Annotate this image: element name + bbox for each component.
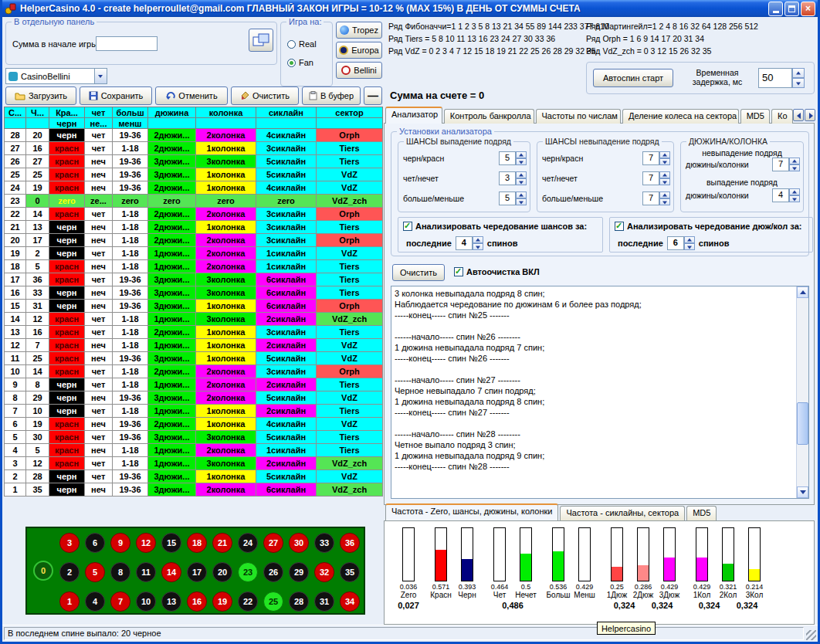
spin-row[interactable]: 230zeroze...zerozerozerozeroVdZ_zch	[5, 195, 383, 208]
board-number-8[interactable]: 8	[110, 562, 130, 582]
g1-bm-spinner[interactable]: 5	[499, 192, 527, 205]
tropez-button[interactable]: Tropez	[336, 22, 382, 39]
maximize-button[interactable]	[784, 2, 799, 16]
board-number-35[interactable]: 35	[340, 562, 360, 582]
board-number-28[interactable]: 28	[289, 591, 309, 612]
board-number-10[interactable]: 10	[136, 591, 156, 612]
board-number-9[interactable]: 9	[110, 533, 130, 553]
resize-grip[interactable]	[806, 630, 816, 640]
scroll-down-button[interactable]	[797, 486, 808, 498]
g2-bk-spinner[interactable]: 7	[642, 151, 670, 165]
buffer-button[interactable]: В буфер	[302, 86, 361, 105]
spin-row[interactable]: 1125красннеч19-363дюжи...1колонка5сиклай…	[5, 352, 383, 365]
log-scrollbar[interactable]	[796, 286, 808, 498]
board-number-15[interactable]: 15	[161, 533, 181, 553]
analyzer-log[interactable]: 3 колонка невыпадала подряд 8 спин; Набл…	[391, 286, 809, 499]
delay-spinner[interactable]: 50	[758, 68, 805, 88]
main-tab-5[interactable]: Ко	[771, 109, 793, 124]
board-number-14[interactable]: 14	[161, 562, 181, 582]
g1-bk-spinner[interactable]: 5	[499, 151, 527, 165]
board-number-4[interactable]: 4	[85, 591, 105, 612]
clear-button[interactable]: Очистить	[231, 86, 299, 105]
board-number-22[interactable]: 22	[238, 591, 258, 612]
board-number-18[interactable]: 18	[187, 533, 207, 553]
board-number-3[interactable]: 3	[59, 533, 80, 553]
analyze-dozcol-checkbox[interactable]	[615, 222, 624, 231]
spin-row[interactable]: 312краснчет1-181дюжи...3колонка2сиклайнV…	[5, 457, 383, 470]
board-number-23[interactable]: 23	[238, 562, 258, 582]
board-number-2[interactable]: 2	[59, 562, 80, 582]
board-number-16[interactable]: 16	[187, 591, 207, 612]
board-number-1[interactable]: 1	[59, 591, 80, 612]
start-sum-input[interactable]	[96, 36, 158, 51]
close-button[interactable]: ×	[801, 2, 815, 16]
spin-row[interactable]: 710чернчет1-181дюжи...1колонка2сиклайнTi…	[5, 405, 383, 418]
spin-row[interactable]: 2214краснчет1-182дюжи...2колонка3сиклайн…	[5, 208, 383, 221]
delay-value[interactable]: 50	[758, 68, 792, 88]
load-button[interactable]: Загрузить	[5, 86, 76, 105]
main-tab-1[interactable]: Контроль банкролла	[444, 109, 534, 124]
board-number-26[interactable]: 26	[263, 562, 283, 582]
board-number-24[interactable]: 24	[238, 533, 258, 553]
board-number-0[interactable]: 0	[33, 561, 53, 581]
radio-real-circle[interactable]	[287, 40, 296, 49]
scroll-up-button[interactable]	[797, 286, 808, 298]
spin-row[interactable]: 1316краснчет1-182дюжи...1колонка3сиклайн…	[5, 326, 383, 339]
title-bar[interactable]: HelperCasino 4.0 - create helperroullet@…	[2, 0, 818, 17]
spin-row[interactable]: 1014краснчет1-182дюжи...2колонка3сиклайн…	[5, 365, 383, 378]
g3-miss-spinner[interactable]: 7	[772, 158, 800, 171]
freq-tab-2[interactable]: MD5	[686, 506, 717, 520]
spin-row[interactable]: 829черннеч19-363дюжи...2колонка5сиклайнV…	[5, 391, 383, 405]
casino-select[interactable]: CasinoBellini	[5, 68, 107, 84]
scroll-thumb[interactable]	[797, 402, 808, 445]
spin-row[interactable]: 185красннеч1-181дюжи...2колонка1сиклайнT…	[5, 260, 383, 273]
board-number-32[interactable]: 32	[314, 562, 334, 582]
spin-row[interactable]: 2113черннеч1-182дюжи...1колонка3сиклайнT…	[5, 221, 383, 234]
tab-scroll-left[interactable]	[793, 109, 804, 121]
delay-spin-up[interactable]	[792, 68, 805, 78]
freq-tab-0[interactable]: Частота - Zero, шансы, дюжины, колонки	[385, 503, 558, 520]
analyze-chances-checkbox[interactable]	[403, 222, 412, 231]
spin-row[interactable]: 45красннеч1-181дюжи...2колонка1сиклайнTi…	[5, 444, 383, 457]
minimize-button[interactable]	[768, 2, 783, 16]
g1-cn-spinner[interactable]: 3	[499, 171, 527, 185]
board-number-31[interactable]: 31	[314, 591, 334, 612]
spin-row[interactable]: 98чернчет1-181дюжи...2колонка2сиклайнTie…	[5, 378, 383, 391]
board-number-11[interactable]: 11	[136, 562, 156, 582]
spin-row[interactable]: 1412краснчет1-181дюжи...3колонка2сиклайн…	[5, 313, 383, 326]
spin-row[interactable]: 1633черннеч19-363дюжи...3колонка6сиклайн…	[5, 286, 383, 300]
board-number-25[interactable]: 25	[263, 591, 283, 612]
spin-row[interactable]: 530краснчет19-363дюжи...3колонка5сиклайн…	[5, 431, 383, 444]
tab-scroll-right[interactable]	[805, 109, 815, 121]
g2-cn-spinner[interactable]: 7	[642, 171, 670, 185]
europa-button[interactable]: Europa	[336, 42, 382, 59]
spin-row[interactable]: 2017черннеч1-182дюжи...2колонка3сиклайнO…	[5, 234, 383, 247]
board-number-13[interactable]: 13	[161, 591, 181, 612]
spin-row[interactable]: 135черннеч19-363дюжи...2колонка6сиклайнV…	[5, 483, 383, 497]
last1-spinner[interactable]: 4	[456, 236, 483, 250]
spin-row[interactable]: 2820чернчет19-362дюжи...2колонка4сиклайн…	[5, 129, 383, 142]
board-number-36[interactable]: 36	[340, 533, 360, 553]
spin-row[interactable]: 228чернчет19-363дюжи...1колонка5сиклайнV…	[5, 470, 383, 483]
board-number-27[interactable]: 27	[263, 533, 283, 553]
analyzer-clear-button[interactable]: Очистить	[392, 264, 445, 281]
spin-row[interactable]: 192чернчет1-181дюжи...2колонка1сиклайнVd…	[5, 247, 383, 260]
board-number-7[interactable]: 7	[110, 591, 130, 612]
g3-hit-spinner[interactable]: 4	[772, 188, 800, 202]
detach-panel-button[interactable]	[249, 29, 273, 52]
board-number-20[interactable]: 20	[212, 562, 232, 582]
board-number-29[interactable]: 29	[289, 562, 309, 582]
spin-row[interactable]: 2716краснчет1-182дюжи...1колонка3сиклайн…	[5, 142, 383, 155]
radio-fan[interactable]: Fan	[287, 58, 313, 67]
main-tab-3[interactable]: Деление колеса на сектора	[622, 109, 739, 124]
spin-row[interactable]: 619красннеч19-362дюжи...1колонка4сиклайн…	[5, 418, 383, 431]
undo-button[interactable]: Отменить	[155, 86, 228, 105]
spin-row[interactable]: 1736краснчет19-363дюжи...3колонка6сиклай…	[5, 273, 383, 286]
main-tab-4[interactable]: MD5	[740, 109, 770, 124]
main-tab-2[interactable]: Частоты по числам	[536, 109, 621, 124]
delay-spin-down[interactable]	[792, 78, 805, 88]
board-number-5[interactable]: 5	[85, 562, 105, 582]
collapse-button[interactable]: —	[364, 86, 382, 105]
spin-row[interactable]: 2627красннеч19-363дюжи...3колонка5сиклай…	[5, 155, 383, 168]
spin-row[interactable]: 127красннеч1-181дюжи...1колонка2сиклайнV…	[5, 339, 383, 352]
